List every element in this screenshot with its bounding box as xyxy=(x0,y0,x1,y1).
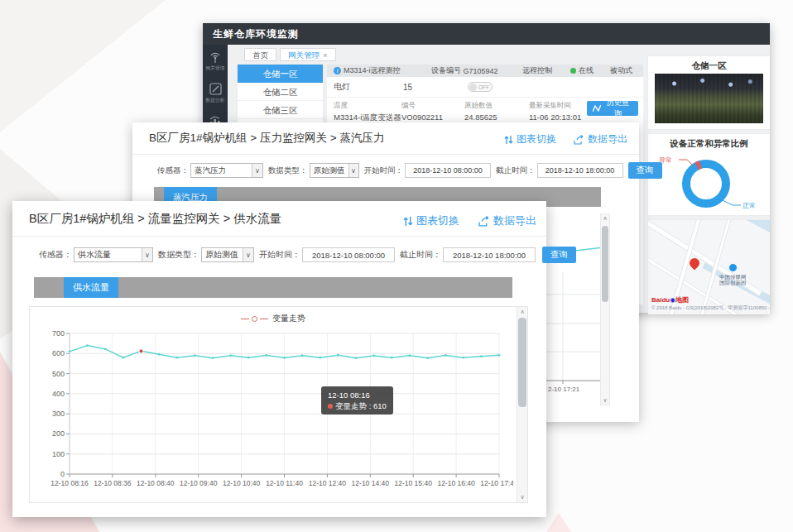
data-type-label: 数据类型： xyxy=(158,249,199,261)
donut-chart: 异常 正常 xyxy=(656,152,762,215)
chart-tooltip: 12-10 08:16 变量走势 : 610 xyxy=(321,386,393,415)
app-title: 生鲜仓库环境监测 xyxy=(203,23,770,45)
ratio-title: 设备正常和异常比例 xyxy=(648,134,770,150)
tab-water-flow[interactable]: 供水流量 xyxy=(64,277,118,298)
scroll-down-icon[interactable]: ∨ xyxy=(601,396,609,405)
svg-text:12-10 14:40: 12-10 14:40 xyxy=(352,479,390,487)
device-header: i M3314-i远程测控 设备编号 G7105942 远程控制 在线 被动式 xyxy=(327,65,643,77)
code-value: VO0902211 xyxy=(401,113,464,122)
tab-gateway-management[interactable]: 网关管理× xyxy=(280,48,336,61)
end-time-label: 截止时间： xyxy=(400,249,441,261)
device-name: M3314-i远程测控 xyxy=(344,65,401,76)
serial-label: 设备编号 xyxy=(431,65,461,76)
start-time-input[interactable]: 2018-12-10 08:00:00 xyxy=(302,247,395,262)
query-button[interactable]: 查询 xyxy=(542,247,576,263)
temp-name: 温度 xyxy=(334,101,401,111)
chevron-down-icon: ∨ xyxy=(252,164,262,177)
tab-close-icon[interactable]: × xyxy=(323,50,328,60)
flow-chart-card: 变量走势 12-10 08:1612-10 08:3612-10 08:4012… xyxy=(29,306,528,503)
raw-value-label: 原始数值 xyxy=(464,101,529,111)
map-copyright: © 2018 Baidu - GS(2018)2082号 - 甲测资字11008… xyxy=(651,304,770,312)
flow-line-chart[interactable]: 12-10 08:1612-10 08:3612-10 08:4012-10 0… xyxy=(35,327,513,494)
online-status-dot xyxy=(570,68,576,74)
svg-text:600: 600 xyxy=(52,349,65,357)
baidu-map[interactable]: 中国传媒网 国际创新园 Baidu◉地图 © 2018 Baidu - GS(2… xyxy=(648,220,770,314)
breadcrumb: B区厂房1#锅炉机组 > 压力监控网关 > 蒸汽压力 xyxy=(149,131,384,146)
warehouse-photo xyxy=(655,74,763,123)
svg-text:12-10 17:40: 12-10 17:40 xyxy=(480,479,513,487)
divider xyxy=(132,154,639,155)
data-type-select[interactable]: 原始测值∨ xyxy=(310,163,359,178)
svg-text:2-10 17:21: 2-10 17:21 xyxy=(548,386,580,393)
filter-row: 传感器： 蒸汽压力∨ 数据类型： 原始测值∨ 开始时间： 2018-12-10 … xyxy=(152,162,662,179)
line-chart-icon xyxy=(593,105,601,112)
scrollbar-thumb[interactable] xyxy=(518,318,526,407)
start-time-label: 开始时间： xyxy=(259,249,300,261)
divider xyxy=(12,236,546,237)
sensor-label: 传感器： xyxy=(157,165,189,176)
scrollbar[interactable]: ∧ ∨ xyxy=(600,213,610,405)
light-value: 15 xyxy=(403,83,468,92)
scroll-up-icon[interactable]: ∧ xyxy=(601,214,609,223)
zone-photo-card: 仓储一区 xyxy=(648,56,770,129)
tab-home[interactable]: 首页 xyxy=(244,48,276,61)
mode-label: 被动式 xyxy=(610,65,632,76)
sensor-tabbar: 供水流量 xyxy=(34,277,512,298)
end-time-input[interactable]: 2018-12-10 18:00:00 xyxy=(443,247,536,262)
map-water xyxy=(709,220,770,247)
query-button[interactable]: 查询 xyxy=(628,162,662,179)
sensor-select[interactable]: 供水流量∨ xyxy=(74,247,153,262)
svg-text:12-10 11:40: 12-10 11:40 xyxy=(266,479,303,487)
sidebar-item-label: 网关管理 xyxy=(204,65,228,72)
sensor-label: 传感器： xyxy=(39,249,72,261)
collect-time-label: 最新采集时间 xyxy=(529,101,587,111)
data-export-button[interactable]: 数据导出 xyxy=(574,132,627,146)
start-time-input[interactable]: 2018-12-10 08:00:00 xyxy=(405,163,491,178)
device-ratio-card: 设备正常和异常比例 异常 正常 xyxy=(648,134,770,215)
donut-normal-arc[interactable] xyxy=(686,164,726,204)
svg-text:12-10 08:40: 12-10 08:40 xyxy=(137,479,175,487)
legend-label: 变量走势 xyxy=(272,313,305,324)
right-panel: 仓储一区 设备正常和异常比例 异常 正常 xyxy=(648,56,770,319)
device-row-temperature: 温度 M3314-i温度变送器 编号 VO0902211 原始数值 24.856… xyxy=(327,98,643,123)
data-type-label: 数据类型： xyxy=(268,165,308,176)
sidebar-item-analysis[interactable]: 数据分析 xyxy=(203,83,228,104)
zone-item-2[interactable]: 仓储二区 xyxy=(238,83,323,101)
svg-text:0: 0 xyxy=(60,470,65,478)
scrollbar-thumb[interactable] xyxy=(602,226,608,302)
light-toggle[interactable]: OFF xyxy=(468,82,493,92)
history-query-button[interactable]: 历史查询 xyxy=(587,101,638,116)
collect-time: 11-06 20:13:01 xyxy=(529,113,587,122)
end-time-input[interactable]: 2018-12-10 18:00:00 xyxy=(537,163,623,178)
series-dot-icon xyxy=(328,404,333,409)
tooltip-time: 12-10 08:16 xyxy=(328,390,387,400)
sensor-select[interactable]: 蒸汽压力∨ xyxy=(190,163,263,178)
zone-photo-title: 仓储一区 xyxy=(648,56,770,72)
svg-text:12-10 12:40: 12-10 12:40 xyxy=(309,479,347,487)
svg-text:400: 400 xyxy=(52,390,65,398)
scroll-down-icon[interactable]: ∨ xyxy=(517,493,527,501)
light-name: 电灯 xyxy=(327,81,403,93)
svg-text:12-10 15:40: 12-10 15:40 xyxy=(395,479,433,487)
raw-value: 24.85625 xyxy=(464,113,529,122)
chart-switch-button[interactable]: 图表切换 xyxy=(504,132,556,146)
svg-text:12-10 08:36: 12-10 08:36 xyxy=(94,479,132,487)
start-time-label: 开始时间： xyxy=(364,165,404,176)
zone-item-3[interactable]: 仓储三区 xyxy=(238,101,323,119)
legend-item[interactable]: 变量走势 xyxy=(30,313,517,324)
chart-switch-button[interactable]: 图表切换 xyxy=(403,213,459,228)
sidebar-item-gateway[interactable]: 网关管理 xyxy=(203,51,228,72)
zone-item-1[interactable]: 仓储一区 xyxy=(238,65,323,83)
scrollbar[interactable]: ∧ ∨ xyxy=(517,307,527,502)
swap-arrows-icon xyxy=(403,216,413,227)
map-poi-icon[interactable] xyxy=(728,263,738,272)
scroll-up-icon[interactable]: ∧ xyxy=(517,308,527,316)
tab-strip: 首页 网关管理× xyxy=(244,48,336,61)
data-export-button[interactable]: 数据导出 xyxy=(478,213,536,228)
tooltip-value: 变量走势 : 610 xyxy=(328,400,387,411)
sidebar-item-label: 数据分析 xyxy=(204,97,228,104)
svg-text:12-10 10:40: 12-10 10:40 xyxy=(223,479,261,487)
svg-text:12-10 16:40: 12-10 16:40 xyxy=(437,479,475,487)
data-type-select[interactable]: 原始测值∨ xyxy=(201,247,254,262)
toggle-knob-icon xyxy=(469,84,477,91)
